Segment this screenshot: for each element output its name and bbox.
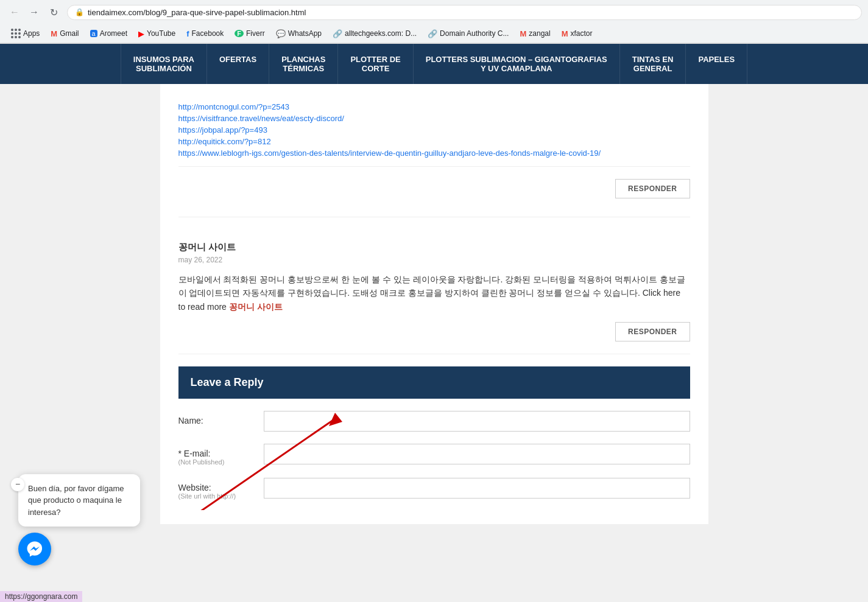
site-navigation: INSUMOS PARA SUBLIMACIÓN OFERTAS PLANCHA… bbox=[0, 44, 868, 84]
second-comment: 꽁머니 사이트 may 26, 2022 모바일에서 최적화된 꽁머니 홍보방으… bbox=[178, 229, 690, 354]
email-field-row: * E-mail: (Not Published) bbox=[178, 444, 690, 466]
bookmark-zangal[interactable]: M zangal bbox=[515, 27, 555, 40]
chat-minimize-button[interactable]: − bbox=[11, 478, 24, 491]
name-label: Name: bbox=[178, 411, 252, 425]
chat-bubble: − Buen día, por favor dígame que product… bbox=[18, 474, 140, 525]
aromeet-icon: a bbox=[90, 30, 97, 37]
comment-link-1[interactable]: http://montcnogul.com/?p=2543 bbox=[178, 102, 690, 111]
comment-link-3[interactable]: https://jobpal.app/?p=493 bbox=[178, 125, 690, 135]
youtube-icon: ▶ bbox=[138, 29, 144, 38]
comment-link-korean[interactable]: 꽁머니 사이트 bbox=[229, 302, 283, 312]
nav-tintas[interactable]: TINTAS EN GENERAL bbox=[620, 44, 686, 84]
email-label: * E-mail: (Not Published) bbox=[178, 444, 252, 466]
nav-plotter-corte[interactable]: PLOTTER DE CORTE bbox=[338, 44, 413, 84]
name-label-text: Name: bbox=[178, 416, 203, 425]
apps-grid-icon bbox=[11, 29, 21, 38]
website-label-text: Website: bbox=[178, 483, 211, 492]
facebook-icon: f bbox=[186, 29, 189, 38]
nav-planchas[interactable]: PLANCHAS TÉRMICAS bbox=[269, 44, 338, 84]
bookmark-domainauthority[interactable]: 🔗 Domain Authority C... bbox=[423, 27, 513, 40]
bookmark-gmail[interactable]: M Gmail bbox=[46, 27, 83, 40]
zangal-icon: M bbox=[520, 29, 526, 38]
bookmark-xfactor-label: xfactor bbox=[571, 29, 593, 38]
bookmark-xfactor[interactable]: M xfactor bbox=[557, 27, 598, 40]
bookmark-fiverr[interactable]: F Fiverr bbox=[230, 27, 269, 40]
email-input[interactable] bbox=[264, 444, 690, 464]
comment-link-4[interactable]: http://equitick.com/?p=812 bbox=[178, 137, 690, 146]
nav-papeles[interactable]: PAPELES bbox=[686, 44, 747, 84]
bookmark-apps-label: Apps bbox=[23, 29, 40, 38]
bookmark-zangal-label: zangal bbox=[529, 29, 550, 38]
url-text: tiendaimex.com/blog/9_para-que-sirve-pap… bbox=[88, 8, 854, 17]
leave-reply-header: Leave a Reply bbox=[178, 366, 690, 399]
name-input[interactable] bbox=[264, 411, 690, 432]
leave-reply-title: Leave a Reply bbox=[191, 376, 264, 388]
nav-insumos[interactable]: INSUMOS PARA SUBLIMACIÓN bbox=[121, 44, 207, 84]
nav-plotters-sublimacion[interactable]: PLOTTERS SUBLIMACION – GIGANTOGRAFIAS Y … bbox=[414, 44, 620, 84]
comment-body: 모바일에서 최적화된 꽁머니 홍보방으로써 한 눈에 볼 수 있는 레이아웃을 … bbox=[178, 273, 690, 313]
bookmark-youtube[interactable]: ▶ YouTube bbox=[133, 27, 180, 40]
chat-widget: − Buen día, por favor dígame que product… bbox=[18, 474, 140, 525]
website-field-row: Website: (Site url with http://) bbox=[178, 478, 690, 500]
bookmarks-bar: Apps M Gmail a Aromeet ▶ YouTube f Faceb… bbox=[0, 24, 868, 43]
reload-button[interactable]: ↻ bbox=[45, 4, 62, 21]
comment-date: may 26, 2022 bbox=[178, 256, 690, 264]
comment-author: 꽁머니 사이트 bbox=[178, 242, 690, 253]
bookmark-gmail-label: Gmail bbox=[60, 29, 79, 38]
website-input[interactable] bbox=[264, 478, 690, 499]
fiverr-icon: F bbox=[235, 30, 244, 37]
email-label-text: * E-mail: bbox=[178, 449, 211, 458]
browser-toolbar: ← → ↻ 🔒 tiendaimex.com/blog/9_para-que-s… bbox=[0, 0, 868, 24]
chat-bubble-text: Buen día, por favor dígame que producto … bbox=[28, 484, 124, 517]
website-sublabel: (Site url with http://) bbox=[178, 492, 252, 500]
gmail-icon: M bbox=[51, 29, 57, 38]
bookmark-alltechgeeks[interactable]: 🔗 alltechgeeks.com: D... bbox=[328, 27, 422, 40]
bookmark-fiverr-label: Fiverr bbox=[246, 29, 265, 38]
lock-icon: 🔒 bbox=[75, 8, 84, 16]
bookmark-youtube-label: YouTube bbox=[147, 29, 175, 38]
back-button[interactable]: ← bbox=[6, 4, 23, 21]
bookmark-whatsapp[interactable]: 💬 WhatsApp bbox=[271, 27, 326, 40]
forward-button[interactable]: → bbox=[26, 4, 43, 21]
xfactor-icon: M bbox=[562, 29, 568, 38]
nav-ofertas[interactable]: OFERTAS bbox=[207, 44, 269, 84]
first-comment-links: http://montcnogul.com/?p=2543 https://vi… bbox=[178, 96, 690, 167]
browser-chrome: ← → ↻ 🔒 tiendaimex.com/blog/9_para-que-s… bbox=[0, 0, 868, 44]
nav-buttons: ← → ↻ bbox=[6, 4, 62, 21]
bookmark-facebook-label: Facebook bbox=[192, 29, 224, 38]
bookmark-apps[interactable]: Apps bbox=[6, 27, 44, 40]
bookmark-domainauthority-label: Domain Authority C... bbox=[440, 29, 509, 38]
bookmark-aromeet[interactable]: a Aromeet bbox=[85, 27, 132, 40]
bookmark-alltechgeeks-label: alltechgeeks.com: D... bbox=[345, 29, 417, 38]
website-label: Website: (Site url with http://) bbox=[178, 478, 252, 500]
name-field-row: Name: bbox=[178, 411, 690, 432]
alltechgeeks-icon: 🔗 bbox=[333, 29, 342, 38]
second-responder-button[interactable]: RESPONDER bbox=[615, 322, 690, 341]
domainauthority-icon: 🔗 bbox=[428, 29, 437, 38]
comment-link-5[interactable]: https://www.leblogrh-igs.com/gestion-des… bbox=[178, 149, 690, 158]
bookmark-whatsapp-label: WhatsApp bbox=[288, 29, 322, 38]
comment-link-2[interactable]: https://visitfrance.travel/news/eat/esct… bbox=[178, 114, 690, 123]
whatsapp-icon: 💬 bbox=[276, 29, 286, 38]
address-bar[interactable]: 🔒 tiendaimex.com/blog/9_para-que-sirve-p… bbox=[67, 5, 862, 20]
main-content: http://montcnogul.com/?p=2543 https://vi… bbox=[0, 84, 868, 524]
bookmark-aromeet-label: Aromeet bbox=[100, 29, 127, 38]
bookmark-facebook[interactable]: f Facebook bbox=[182, 27, 228, 40]
email-sublabel: (Not Published) bbox=[178, 458, 252, 466]
content-area: http://montcnogul.com/?p=2543 https://vi… bbox=[160, 84, 708, 524]
first-responder-button[interactable]: RESPONDER bbox=[615, 179, 690, 198]
